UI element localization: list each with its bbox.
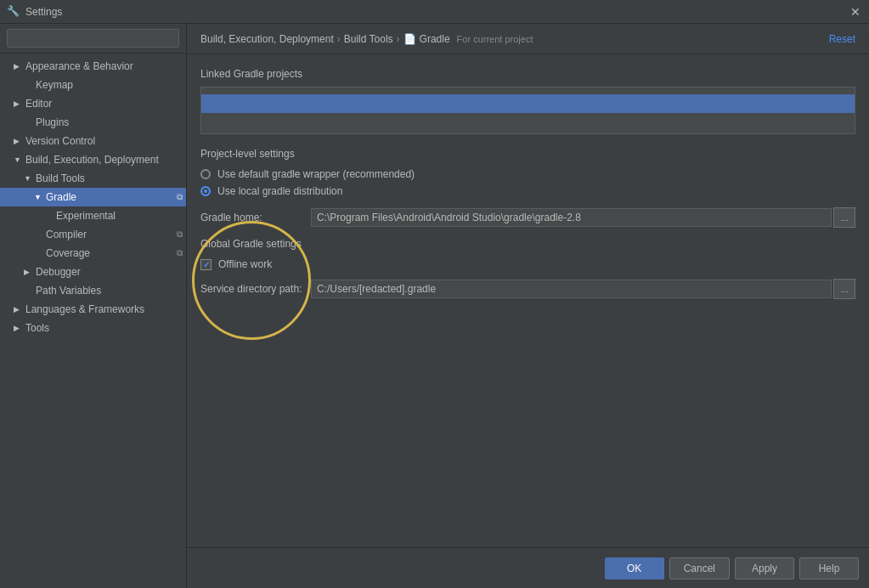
sidebar-item-path-variables[interactable]: Path Variables [0, 281, 186, 300]
sidebar-item-version-control[interactable]: ▶ Version Control [0, 132, 186, 150]
breadcrumb-separator: › [397, 33, 400, 45]
sidebar-item-label: Appearance & Behavior [25, 60, 133, 72]
sidebar-item-label: Experimental [56, 210, 116, 222]
window-title: Settings [25, 6, 849, 18]
breadcrumb-part2: Build Tools [344, 33, 393, 45]
sidebar-item-languages[interactable]: ▶ Languages & Frameworks [0, 300, 186, 319]
radio-label-default-wrapper: Use default gradle wrapper (recommended) [217, 168, 415, 180]
sidebar-item-label: Version Control [25, 135, 95, 147]
breadcrumb-part3: Gradle [420, 33, 450, 45]
breadcrumb-separator: › [337, 33, 341, 45]
service-directory-browse-button[interactable]: ... [833, 279, 855, 299]
app-icon: 🔧 [7, 5, 20, 19]
sidebar-item-label: Languages & Frameworks [25, 303, 144, 315]
sidebar-item-tools[interactable]: ▶ Tools [0, 319, 186, 337]
search-input[interactable] [7, 29, 179, 48]
sidebar: ▶ Appearance & Behavior Keymap ▶ Editor … [0, 24, 187, 588]
sidebar-item-editor[interactable]: ▶ Editor [0, 94, 186, 113]
sidebar-item-gradle[interactable]: ▼ Gradle ⧉ [0, 188, 186, 206]
gradle-file-icon: 📄 [403, 33, 416, 45]
sidebar-item-appearance[interactable]: ▶ Appearance & Behavior [0, 57, 186, 76]
global-settings-section: Global Gradle settings ✓ Offline work Se… [200, 238, 855, 299]
arrow-icon: ▶ [14, 62, 24, 71]
arrow-icon: ▶ [24, 268, 34, 276]
radio-local-distribution[interactable] [200, 186, 211, 196]
nav-tree: ▶ Appearance & Behavior Keymap ▶ Editor … [0, 54, 186, 588]
sidebar-item-build-execution[interactable]: ▼ Build, Execution, Deployment [0, 150, 186, 169]
ok-button[interactable]: OK [605, 557, 664, 580]
sidebar-item-label: Coverage [46, 247, 90, 259]
breadcrumb-note: For current project [457, 34, 533, 44]
arrow-icon: ▼ [24, 174, 34, 183]
radio-label-local-distribution: Use local gradle distribution [217, 185, 342, 197]
copy-icon: ⧉ [177, 229, 183, 240]
content-body: Linked Gradle projects Project-level set… [187, 54, 869, 547]
sidebar-item-label: Editor [25, 98, 52, 110]
sidebar-item-label: Build, Execution, Deployment [25, 154, 159, 166]
breadcrumb-part1: Build, Execution, Deployment [200, 33, 334, 45]
sidebar-item-label: Tools [25, 322, 49, 334]
help-button[interactable]: Help [799, 557, 859, 580]
copy-icon: ⧉ [177, 248, 183, 258]
sidebar-item-label: Gradle [46, 191, 76, 203]
apply-button[interactable]: Apply [735, 557, 794, 580]
sidebar-item-keymap[interactable]: Keymap [0, 76, 186, 94]
arrow-icon: ▶ [14, 137, 24, 145]
linked-projects-box [200, 87, 855, 134]
arrow-icon: ▶ [14, 99, 24, 108]
gradle-home-label: Gradle home: [200, 212, 311, 223]
cancel-button[interactable]: Cancel [669, 557, 730, 580]
radio-group: Use default gradle wrapper (recommended)… [200, 168, 855, 197]
title-bar: 🔧 Settings ✕ [0, 0, 869, 24]
sidebar-item-build-tools[interactable]: ▼ Build Tools [0, 169, 186, 188]
gradle-home-row: Gradle home: ... [200, 207, 855, 228]
sidebar-item-debugger[interactable]: ▶ Debugger [0, 263, 186, 281]
sidebar-item-label: Debugger [36, 266, 81, 278]
sidebar-item-label: Keymap [36, 79, 73, 91]
service-directory-row: Service directory path: ... [200, 279, 855, 299]
linked-project-row[interactable] [201, 94, 855, 113]
reset-button[interactable]: Reset [829, 33, 855, 45]
content-area: Build, Execution, Deployment › Build Too… [187, 24, 869, 588]
offline-work-label: Offline work [218, 258, 272, 270]
sidebar-item-label: Plugins [36, 116, 69, 128]
breadcrumb: Build, Execution, Deployment › Build Too… [187, 24, 869, 54]
radio-default-wrapper[interactable] [200, 169, 211, 179]
arrow-icon: ▶ [14, 305, 24, 314]
linked-projects-title: Linked Gradle projects [200, 68, 855, 80]
arrow-icon: ▼ [14, 155, 24, 164]
search-bar [0, 24, 186, 54]
gradle-home-browse-button[interactable]: ... [833, 207, 855, 228]
sidebar-item-label: Compiler [46, 229, 87, 240]
copy-icon: ⧉ [177, 192, 183, 202]
sidebar-item-label: Path Variables [36, 285, 101, 297]
arrow-icon: ▼ [34, 193, 44, 201]
checkmark-icon: ✓ [203, 260, 210, 269]
radio-row-default-wrapper[interactable]: Use default gradle wrapper (recommended) [200, 168, 855, 180]
sidebar-item-plugins[interactable]: Plugins [0, 113, 186, 132]
project-settings-title: Project-level settings [200, 148, 855, 160]
sidebar-item-compiler[interactable]: Compiler ⧉ [0, 225, 186, 244]
sidebar-item-experimental[interactable]: Experimental [0, 206, 186, 225]
service-directory-input[interactable] [311, 280, 832, 298]
arrow-icon: ▶ [14, 324, 24, 332]
radio-row-local-distribution[interactable]: Use local gradle distribution [200, 185, 855, 197]
close-button[interactable]: ✕ [849, 5, 862, 19]
service-directory-label: Service directory path: [200, 283, 311, 295]
global-settings-title: Global Gradle settings [200, 238, 855, 250]
main-container: ▶ Appearance & Behavior Keymap ▶ Editor … [0, 24, 869, 588]
offline-work-checkbox[interactable]: ✓ [200, 259, 212, 270]
gradle-home-input[interactable] [311, 208, 832, 227]
sidebar-item-coverage[interactable]: Coverage ⧉ [0, 244, 186, 263]
sidebar-item-label: Build Tools [36, 172, 85, 184]
offline-work-row[interactable]: ✓ Offline work [200, 258, 855, 270]
bottom-bar: OK Cancel Apply Help [187, 547, 869, 588]
